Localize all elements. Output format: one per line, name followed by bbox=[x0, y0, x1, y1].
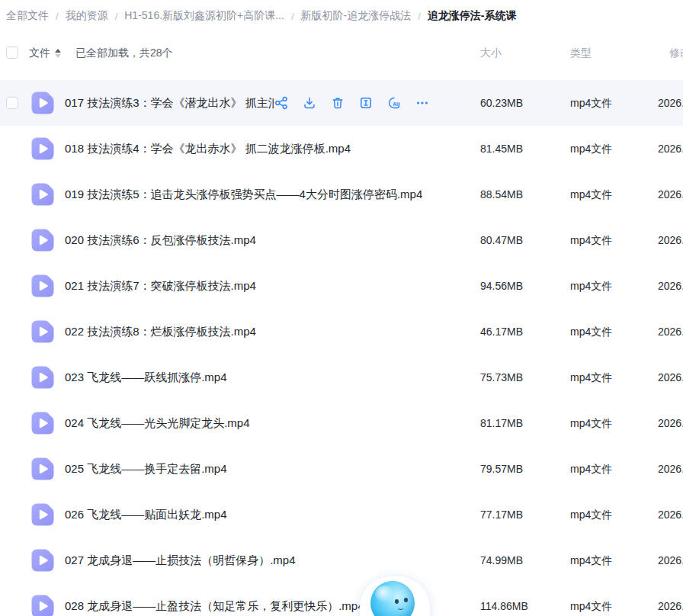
file-modified-date: 2026. bbox=[658, 537, 683, 583]
file-size: 114.86MB bbox=[480, 583, 528, 616]
table-row[interactable]: 018 技法演练4：学会《龙出赤水》 抓二波龙涨停板.mp4 bbox=[0, 126, 683, 172]
file-size: 77.17MB bbox=[480, 492, 523, 537]
video-file-icon bbox=[30, 548, 55, 573]
row-checkbox[interactable] bbox=[6, 97, 18, 109]
breadcrumb-separator: / bbox=[418, 11, 421, 22]
table-row[interactable]: 028 龙成身退——止盈技法（知足常乐，复利更快乐）.mp4 bbox=[0, 583, 683, 616]
file-modified-date: 2026. bbox=[658, 217, 683, 263]
breadcrumb-separator: / bbox=[291, 11, 294, 22]
file-modified-date: 2026. bbox=[658, 446, 683, 492]
file-size: 81.17MB bbox=[480, 400, 523, 446]
table-row[interactable]: 023 飞龙线——跃线抓涨停.mp4 bbox=[0, 355, 683, 400]
mascot-highlight bbox=[375, 586, 395, 602]
table-row[interactable]: 021 技法演练7：突破涨停板技法.mp4 bbox=[0, 263, 683, 309]
file-modified-date: 2026. bbox=[658, 126, 683, 172]
video-file-icon bbox=[30, 136, 55, 161]
file-name[interactable]: 019 技法演练5：追击龙头涨停板强势买点——4大分时图涨停密码.mp4 bbox=[65, 172, 422, 217]
rename-icon[interactable] bbox=[359, 96, 373, 110]
file-name[interactable]: 017 技法演练3：学会《潜龙出水》 抓主浪涨停 bbox=[65, 80, 274, 126]
video-file-icon bbox=[30, 182, 55, 207]
download-icon[interactable] bbox=[303, 96, 316, 110]
breadcrumb-separator: / bbox=[115, 11, 118, 22]
file-modified-date: 2026. bbox=[658, 355, 683, 400]
breadcrumb-separator: / bbox=[56, 11, 59, 22]
video-file-icon bbox=[30, 411, 55, 435]
more-actions-icon[interactable] bbox=[415, 96, 429, 110]
breadcrumb-link[interactable]: 全部文件 bbox=[6, 9, 49, 23]
svg-text:AI: AI bbox=[393, 101, 398, 107]
file-type: mp4文件 bbox=[570, 172, 612, 217]
file-name[interactable]: 028 龙成身退——止盈技法（知足常乐，复利更快乐）.mp4 bbox=[65, 583, 364, 616]
table-row[interactable]: 017 技法演练3：学会《潜龙出水》 抓主浪涨停 bbox=[0, 80, 683, 126]
size-column-header[interactable]: 大小 bbox=[480, 47, 502, 60]
file-modified-date: 2026. bbox=[658, 400, 683, 446]
video-file-icon bbox=[30, 502, 55, 527]
file-type: mp4文件 bbox=[570, 309, 612, 355]
file-name[interactable]: 026 飞龙线——贴面出妖龙.mp4 bbox=[65, 492, 227, 537]
file-type: mp4文件 bbox=[570, 537, 612, 583]
file-column-label: 文件 bbox=[29, 47, 50, 60]
file-name[interactable]: 023 飞龙线——跃线抓涨停.mp4 bbox=[65, 355, 227, 400]
breadcrumb-link[interactable]: H1-516.新版刘鑫源初阶+高阶课... bbox=[124, 9, 284, 23]
file-type: mp4文件 bbox=[570, 126, 612, 172]
file-manager-page: 全部文件/我的资源/H1-516.新版刘鑫源初阶+高阶课.../新版初阶-追龙涨… bbox=[0, 0, 683, 616]
file-name[interactable]: 027 龙成身退——止损技法（明哲保身）.mp4 bbox=[65, 537, 296, 583]
file-name[interactable]: 025 飞龙线——换手定去留.mp4 bbox=[65, 446, 227, 492]
table-row[interactable]: 022 技法演练8：烂板涨停板技法.mp4 bbox=[0, 309, 683, 355]
list-header: 文件 已全部加载，共28个 大小 类型 修改时间 bbox=[0, 40, 683, 66]
file-type: mp4文件 bbox=[570, 583, 612, 616]
modified-column-header[interactable]: 修改时间 bbox=[669, 47, 683, 60]
file-list: 017 技法演练3：学会《潜龙出水》 抓主浪涨停 bbox=[0, 80, 683, 616]
file-size: 80.47MB bbox=[480, 217, 523, 263]
sort-down-icon bbox=[55, 54, 61, 58]
table-row[interactable]: 025 飞龙线——换手定去留.mp4 bbox=[0, 446, 683, 492]
file-modified-date: 2026. bbox=[658, 263, 683, 309]
file-modified-date: 2026. bbox=[658, 172, 683, 217]
file-name[interactable]: 020 技法演练6：反包涨停板技法.mp4 bbox=[65, 217, 256, 263]
table-row[interactable]: 020 技法演练6：反包涨停板技法.mp4 bbox=[0, 217, 683, 263]
file-name[interactable]: 018 技法演练4：学会《龙出赤水》 抓二波龙涨停板.mp4 bbox=[65, 126, 351, 172]
mascot-eye-right bbox=[404, 598, 408, 602]
file-modified-date: 2026. bbox=[658, 583, 683, 616]
file-name[interactable]: 024 飞龙线——光头光脚定龙头.mp4 bbox=[65, 400, 250, 446]
table-row[interactable]: 027 龙成身退——止损技法（明哲保身）.mp4 bbox=[0, 537, 683, 583]
sort-toggle[interactable] bbox=[55, 49, 61, 58]
table-row[interactable]: 024 飞龙线——光头光脚定龙头.mp4 bbox=[0, 400, 683, 446]
video-file-icon bbox=[30, 594, 55, 616]
video-file-icon bbox=[30, 457, 55, 481]
file-type: mp4文件 bbox=[570, 263, 612, 309]
file-modified-date: 2026. bbox=[658, 309, 683, 355]
file-type: mp4文件 bbox=[570, 217, 612, 263]
assistant-mascot[interactable] bbox=[355, 570, 434, 616]
select-all-checkbox[interactable] bbox=[6, 47, 18, 59]
breadcrumb-link[interactable]: 新版初阶-追龙涨停战法 bbox=[301, 9, 412, 23]
file-size: 94.56MB bbox=[480, 263, 523, 309]
file-name[interactable]: 022 技法演练8：烂板涨停板技法.mp4 bbox=[65, 309, 256, 355]
sort-up-icon bbox=[55, 49, 61, 53]
ai-subtitle-icon[interactable]: AI bbox=[387, 96, 401, 110]
delete-icon[interactable] bbox=[331, 96, 345, 110]
file-modified-date: 2026. bbox=[658, 80, 683, 126]
row-actions: AI bbox=[274, 80, 429, 126]
video-file-icon bbox=[30, 365, 55, 390]
load-status-text: 已全部加载，共28个 bbox=[75, 47, 173, 60]
type-column-header[interactable]: 类型 bbox=[570, 47, 592, 60]
table-row[interactable]: 026 飞龙线——贴面出妖龙.mp4 bbox=[0, 492, 683, 537]
breadcrumb-link[interactable]: 我的资源 bbox=[66, 9, 108, 23]
video-file-icon bbox=[30, 228, 55, 252]
file-size: 46.17MB bbox=[480, 309, 523, 355]
file-name[interactable]: 021 技法演练7：突破涨停板技法.mp4 bbox=[65, 263, 256, 309]
file-size: 74.99MB bbox=[480, 537, 523, 583]
file-size: 81.45MB bbox=[480, 126, 523, 172]
file-size: 60.23MB bbox=[480, 80, 523, 126]
share-icon[interactable] bbox=[274, 96, 288, 110]
file-column-header: 文件 bbox=[29, 47, 61, 60]
file-size: 88.54MB bbox=[480, 172, 523, 217]
mascot-eye-left bbox=[395, 599, 399, 604]
file-type: mp4文件 bbox=[570, 492, 612, 537]
table-row[interactable]: 019 技法演练5：追击龙头涨停板强势买点——4大分时图涨停密码.mp4 bbox=[0, 172, 683, 217]
breadcrumb-current: 追龙涨停法-系统课 bbox=[428, 9, 517, 23]
video-file-icon bbox=[30, 319, 55, 344]
file-type: mp4文件 bbox=[570, 80, 612, 126]
video-file-icon bbox=[30, 91, 55, 115]
